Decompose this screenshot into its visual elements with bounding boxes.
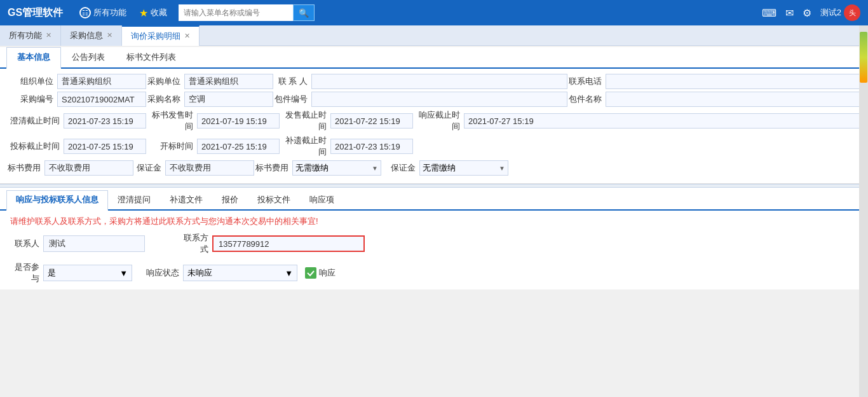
inner-tab-announcements-label: 公告列表 — [72, 52, 105, 62]
contact-person-value — [311, 74, 567, 89]
respond-icon — [305, 267, 316, 279]
purchase-unit-value: 普通采购组织 — [184, 74, 273, 89]
contact-row: 联系人 联系方式 — [10, 232, 858, 255]
contact-way-input[interactable] — [212, 235, 365, 252]
scrollbar-thumb — [860, 32, 867, 83]
open-time-label: 开标时间 — [146, 141, 197, 152]
username: 测试2 — [820, 7, 841, 18]
package-no-label: 包件编号 — [273, 94, 311, 105]
lower-tab-supplement-label: 补遗文件 — [170, 195, 203, 204]
contact-way-label: 联系方式 — [177, 232, 212, 255]
mail-icon[interactable]: ✉ — [785, 7, 794, 19]
all-functions-icon: ☷ — [79, 7, 91, 18]
respond-btn[interactable]: 响应 — [305, 267, 336, 279]
contact-label: 联系人 — [10, 238, 43, 249]
lower-section: 请维护联系人及联系方式，采购方将通过此联系方式与您沟通本次交易中的相关事宜! 联… — [0, 211, 868, 289]
tab-inquiry-detail[interactable]: 询价采购明细 ✕ — [122, 25, 200, 46]
tab-all-functions[interactable]: 所有功能 ✕ — [0, 25, 61, 46]
form-row-5: 标书费用 不收取费用 保证金 不收取费用 标书费用 无需缴纳 ▼ 保证金 无需缴… — [6, 160, 862, 176]
participate-select-value: 是 — [48, 267, 56, 279]
form-row-3: 澄清截止时间 2021-07-23 15:19 标书发售时间 2021-07-1… — [6, 109, 862, 132]
deposit2-dropdown-arrow: ▼ — [499, 165, 505, 172]
user-badge[interactable]: 测试2 头 — [820, 4, 860, 21]
bid-deadline-value: 2021-07-25 15:19 — [64, 139, 146, 154]
bid-fee2-dropdown-value: 无需缴纳 — [295, 162, 369, 174]
lower-tab-contact[interactable]: 响应与投标联系人信息 — [6, 190, 108, 211]
form-row-1: 组织单位 普通采购组织 采购单位 普通采购组织 联 系 人 联系电话 — [6, 74, 862, 89]
search-button[interactable]: 🔍 — [293, 4, 315, 21]
user-avatar: 头 — [844, 4, 860, 21]
bid-sale-time-label: 标书发售时间 — [146, 109, 197, 132]
status-select[interactable]: 未响应 ▼ — [183, 265, 297, 281]
top-bar-right: ⌨ ✉ ⚙ 测试2 头 — [762, 4, 860, 21]
favorites-btn[interactable]: ★ 收藏 — [133, 4, 173, 22]
status-select-arrow: ▼ — [285, 268, 293, 278]
participate-row: 是否参与 是 ▼ 响应状态 未响应 ▼ 响应 — [10, 261, 858, 284]
right-scrollbar[interactable] — [859, 25, 868, 289]
bid-sale-time-value: 2021-07-19 15:19 — [197, 113, 280, 129]
inner-tab-bid-files[interactable]: 标书文件列表 — [116, 47, 187, 67]
inner-tab-basic-info-label: 基本信息 — [17, 52, 50, 62]
deposit-value: 不收取费用 — [165, 160, 254, 176]
response-deadline-value: 2021-07-27 15:19 — [464, 113, 862, 129]
participate-select-arrow: ▼ — [119, 268, 128, 278]
inner-tab-basic-info[interactable]: 基本信息 — [6, 47, 61, 69]
lower-tab-bid-files-label: 投标文件 — [257, 195, 290, 204]
clarify-deadline-label: 澄清截止时间 — [6, 115, 64, 127]
org-unit-label: 组织单位 — [6, 76, 57, 87]
deposit2-label: 保证金 — [388, 162, 419, 174]
status-select-value: 未响应 — [187, 267, 212, 279]
tab-purchase-info[interactable]: 采购信息 ✕ — [61, 25, 122, 46]
lower-tab-bid-files[interactable]: 投标文件 — [248, 190, 300, 209]
inner-tab-bid-files-label: 标书文件列表 — [126, 52, 176, 62]
all-functions-btn[interactable]: ☷ 所有功能 — [73, 4, 133, 21]
lower-tab-response-items-label: 响应项 — [309, 195, 334, 204]
purchase-name-label: 采购名称 — [146, 94, 184, 105]
settings-icon[interactable]: ⚙ — [803, 7, 811, 19]
lower-tab-bar: 响应与投标联系人信息 澄清提问 补遗文件 报价 投标文件 响应项 — [0, 190, 868, 211]
favorites-label: 收藏 — [151, 7, 167, 18]
open-time-value: 2021-07-25 15:19 — [197, 139, 280, 154]
tab-inquiry-detail-label: 询价采购明细 — [131, 31, 180, 42]
supplement-deadline-label: 补遗截止时间 — [280, 135, 330, 158]
lower-tab-quote-label: 报价 — [222, 195, 238, 204]
tab-all-functions-label: 所有功能 — [9, 30, 42, 41]
response-deadline-label: 响应截止时间 — [413, 109, 464, 132]
deposit-label: 保证金 — [133, 162, 165, 174]
purchase-no-value: S20210719002MAT — [57, 92, 146, 107]
contact-phone-value — [606, 74, 862, 89]
tab-purchase-info-label: 采购信息 — [70, 30, 103, 41]
purchase-name-value: 空调 — [184, 92, 273, 107]
deposit2-dropdown-value: 无需缴纳 — [423, 162, 496, 174]
monitor-icon[interactable]: ⌨ — [762, 7, 776, 19]
lower-tab-supplement[interactable]: 补遗文件 — [160, 190, 212, 209]
bid-fee2-label: 标书费用 — [254, 162, 292, 174]
bid-fee2-dropdown[interactable]: 无需缴纳 ▼ — [292, 160, 381, 176]
deposit2-dropdown[interactable]: 无需缴纳 ▼ — [419, 160, 508, 176]
status-label: 响应状态 — [145, 267, 183, 279]
warning-text: 请维护联系人及联系方式，采购方将通过此联系方式与您沟通本次交易中的相关事宜! — [10, 216, 858, 227]
contact-input[interactable] — [43, 235, 145, 252]
search-input[interactable] — [179, 4, 293, 21]
respond-btn-label: 响应 — [319, 267, 336, 279]
org-unit-value: 普通采购组织 — [57, 74, 146, 89]
participate-select[interactable]: 是 ▼ — [43, 265, 132, 281]
tab-inquiry-detail-close[interactable]: ✕ — [184, 32, 190, 40]
star-icon: ★ — [139, 7, 148, 19]
lower-tab-clarify-label: 澄清提问 — [118, 195, 151, 204]
bid-fee-value: 不收取费用 — [44, 160, 133, 176]
package-no-value — [311, 92, 567, 107]
bid-deadline-label: 投标截止时间 — [6, 141, 64, 152]
lower-tab-response-items[interactable]: 响应项 — [300, 190, 344, 209]
main-content: 基本信息 公告列表 标书文件列表 组织单位 普通采购组织 采购单位 普通采购组织… — [0, 47, 868, 289]
tab-bar: 所有功能 ✕ 采购信息 ✕ 询价采购明细 ✕ — [0, 25, 868, 46]
tab-purchase-info-close[interactable]: ✕ — [107, 31, 112, 39]
inner-tab-announcements[interactable]: 公告列表 — [61, 47, 116, 67]
section-divider — [0, 184, 868, 188]
lower-tab-clarify[interactable]: 澄清提问 — [108, 190, 160, 209]
clarify-deadline-value: 2021-07-23 15:19 — [64, 113, 146, 129]
tab-all-functions-close[interactable]: ✕ — [46, 31, 51, 39]
purchase-no-label: 采购编号 — [6, 94, 57, 105]
lower-tab-quote[interactable]: 报价 — [212, 190, 248, 209]
lower-tab-contact-label: 响应与投标联系人信息 — [16, 195, 98, 204]
